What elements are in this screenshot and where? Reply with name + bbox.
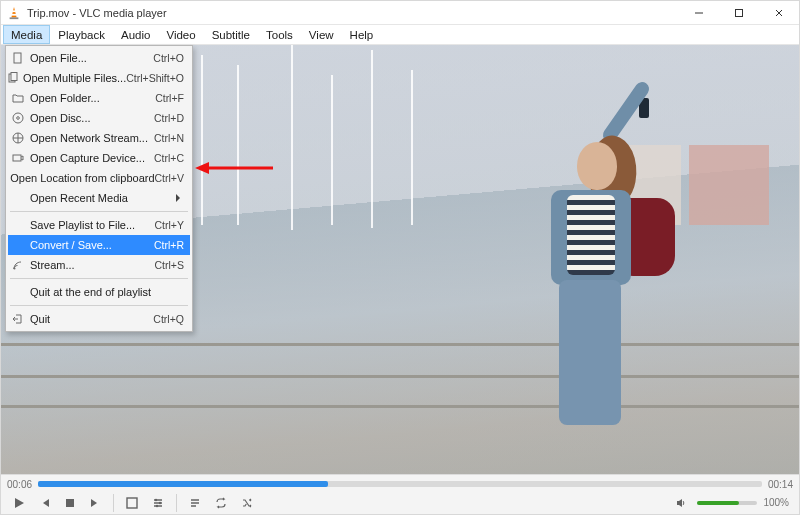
file-icon [8, 52, 28, 64]
menu-item-shortcut: Ctrl+D [154, 112, 184, 124]
menu-media[interactable]: Media [3, 25, 50, 44]
menu-item-shortcut: Ctrl+S [155, 259, 184, 271]
menu-item-shortcut: Ctrl+O [153, 52, 184, 64]
svg-rect-11 [13, 155, 21, 161]
seek-bar[interactable] [38, 481, 762, 487]
menu-open-file[interactable]: Open File... Ctrl+O [8, 48, 190, 68]
menu-item-label: Convert / Save... [28, 239, 154, 251]
menu-label: Media [11, 29, 42, 41]
menu-audio[interactable]: Audio [113, 25, 158, 44]
window-title: Trip.mov - VLC media player [27, 7, 679, 19]
time-elapsed: 00:06 [7, 479, 32, 490]
menu-help[interactable]: Help [342, 25, 382, 44]
playlist-button[interactable] [183, 493, 207, 513]
next-button[interactable] [83, 493, 107, 513]
menu-open-recent-media[interactable]: Open Recent Media [8, 188, 190, 208]
media-dropdown: Open File... Ctrl+O Open Multiple Files.… [5, 45, 193, 332]
network-icon [8, 132, 28, 144]
mute-button[interactable] [669, 493, 693, 513]
svg-rect-7 [11, 73, 17, 81]
menu-open-multiple-files[interactable]: Open Multiple Files... Ctrl+Shift+O [8, 68, 190, 88]
svg-point-9 [17, 117, 20, 120]
svg-rect-17 [127, 498, 137, 508]
stop-button[interactable] [58, 493, 82, 513]
disc-icon [8, 112, 28, 124]
menu-quit-at-end[interactable]: Quit at the end of playlist [8, 282, 190, 302]
loop-button[interactable] [209, 493, 233, 513]
menu-item-shortcut: Ctrl+C [154, 152, 184, 164]
menu-open-capture-device[interactable]: Open Capture Device... Ctrl+C [8, 148, 190, 168]
menu-stream[interactable]: Stream... Ctrl+S [8, 255, 190, 275]
menu-quit[interactable]: Quit Ctrl+Q [8, 309, 190, 329]
menu-item-shortcut: Ctrl+Y [155, 219, 184, 231]
menu-label: Subtitle [212, 29, 250, 41]
menu-item-shortcut: Ctrl+N [154, 132, 184, 144]
stream-icon [8, 259, 28, 271]
person-figure [489, 100, 679, 430]
svg-point-8 [13, 113, 23, 123]
folder-icon [8, 92, 28, 104]
menu-video[interactable]: Video [158, 25, 203, 44]
menu-item-label: Open Folder... [28, 92, 155, 104]
svg-point-20 [156, 504, 158, 506]
fullscreen-button[interactable] [120, 493, 144, 513]
menu-item-shortcut: Ctrl+V [155, 172, 184, 184]
player-controls: 00:06 00:14 100% [1, 474, 799, 514]
titlebar: Trip.mov - VLC media player [1, 1, 799, 25]
play-button[interactable] [7, 493, 31, 513]
menu-item-shortcut: Ctrl+Q [153, 313, 184, 325]
menu-open-folder[interactable]: Open Folder... Ctrl+F [8, 88, 190, 108]
menu-item-label: Save Playlist to File... [28, 219, 155, 231]
extended-settings-button[interactable] [146, 493, 170, 513]
quit-icon [8, 313, 28, 325]
menu-label: View [309, 29, 334, 41]
menu-tools[interactable]: Tools [258, 25, 301, 44]
svg-rect-1 [12, 10, 16, 12]
maximize-button[interactable] [719, 1, 759, 24]
volume-slider[interactable] [697, 501, 757, 505]
shuffle-button[interactable] [235, 493, 259, 513]
files-icon [8, 72, 21, 84]
camera-icon [8, 152, 28, 164]
menu-item-label: Open Disc... [28, 112, 154, 124]
menu-convert-save[interactable]: Convert / Save... Ctrl+R [8, 235, 190, 255]
prev-button[interactable] [33, 493, 57, 513]
menu-item-label: Open Location from clipboard [8, 172, 154, 184]
close-button[interactable] [759, 1, 799, 24]
menu-open-location-clipboard[interactable]: Open Location from clipboard Ctrl+V [8, 168, 190, 188]
vlc-logo-icon [7, 6, 21, 20]
svg-point-18 [155, 498, 157, 500]
control-divider [113, 494, 114, 512]
svg-rect-3 [10, 17, 19, 19]
svg-point-19 [159, 501, 161, 503]
svg-point-12 [14, 268, 16, 270]
svg-rect-2 [12, 13, 17, 15]
menu-playback[interactable]: Playback [50, 25, 113, 44]
menu-label: Video [166, 29, 195, 41]
control-divider [176, 494, 177, 512]
dock-fence [1, 325, 799, 445]
menu-view[interactable]: View [301, 25, 342, 44]
menu-item-shortcut: Ctrl+Shift+O [126, 72, 184, 84]
volume-percent: 100% [763, 497, 789, 508]
menu-item-label: Quit at the end of playlist [28, 286, 184, 298]
menu-item-shortcut: Ctrl+R [154, 239, 184, 251]
menu-item-label: Open Multiple Files... [21, 72, 126, 84]
menu-item-shortcut: Ctrl+F [155, 92, 184, 104]
menu-open-disc[interactable]: Open Disc... Ctrl+D [8, 108, 190, 128]
menu-save-playlist[interactable]: Save Playlist to File... Ctrl+Y [8, 215, 190, 235]
menu-item-label: Open Network Stream... [28, 132, 154, 144]
minimize-button[interactable] [679, 1, 719, 24]
menu-item-label: Open Capture Device... [28, 152, 154, 164]
menu-subtitle[interactable]: Subtitle [204, 25, 258, 44]
menu-separator [10, 211, 188, 212]
svg-rect-5 [14, 53, 21, 63]
menu-separator [10, 278, 188, 279]
menu-item-label: Quit [28, 313, 153, 325]
menu-open-network-stream[interactable]: Open Network Stream... Ctrl+N [8, 128, 190, 148]
menu-item-label: Stream... [28, 259, 155, 271]
menu-label: Playback [58, 29, 105, 41]
menu-label: Help [350, 29, 374, 41]
menu-separator [10, 305, 188, 306]
menu-item-label: Open File... [28, 52, 153, 64]
